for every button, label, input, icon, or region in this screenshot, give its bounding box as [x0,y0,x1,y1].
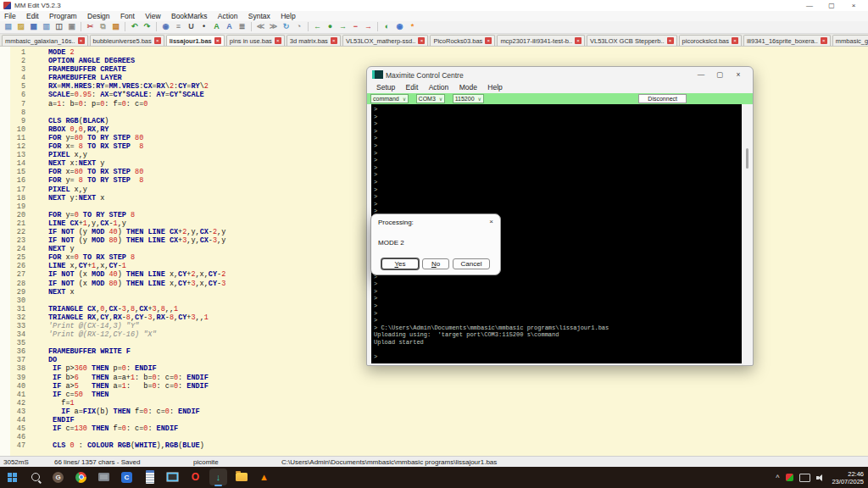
undo-icon[interactable]: ↶ [129,21,140,32]
run-icon[interactable]: ● [325,21,336,32]
paste-icon[interactable]: ▤ [110,21,121,32]
terminal-scrollbar[interactable] [746,108,748,358]
tab-close-icon[interactable]: × [418,37,425,44]
taskbar-mmcc-icon[interactable]: ↓ [209,469,227,485]
tab-close-icon[interactable]: × [732,37,738,44]
mcc-close-icon[interactable]: × [729,69,748,80]
tab-close-icon[interactable]: × [667,37,674,44]
taskbar-monitor-icon[interactable] [164,469,181,485]
mcc-menu-action[interactable]: Action [425,82,453,92]
tray-speaker-icon[interactable] [816,474,825,482]
taskbar-search-icon[interactable] [26,469,44,485]
save-icon[interactable]: ▦ [28,21,39,32]
menu-view[interactable]: View [141,11,164,21]
menu-syntax[interactable]: Syntax [244,11,275,21]
tab-close-icon[interactable]: × [214,37,221,44]
editor-tab[interactable]: ili9341_16sprite_boxera..× [743,35,831,46]
taskbar-explorer-icon[interactable] [232,469,250,485]
taskbar-rdp-icon[interactable] [95,469,113,485]
print-icon[interactable]: ▣ [66,21,77,32]
editor-tab[interactable]: mmbasic_galaxian_16s..× [2,35,88,46]
tab-close-icon[interactable]: × [154,37,161,44]
snapshot-icon[interactable]: ◫ [53,21,64,32]
tray-chevron-up-icon[interactable]: ^ [776,474,779,482]
tab-close-icon[interactable]: × [331,37,337,44]
editor-tab[interactable]: 3d matrix.bas× [287,35,341,46]
editor-tab[interactable]: picorockslcd.bas× [679,35,742,46]
save-all-icon[interactable]: ▥ [41,21,52,32]
mcc-minimize-icon[interactable]: — [692,69,710,80]
scrollbar-thumb[interactable] [746,148,748,169]
tray-display-icon[interactable] [799,474,810,482]
redo-icon[interactable]: ↷ [142,21,153,32]
cut-icon[interactable]: ✂ [85,21,96,32]
tab-close-icon[interactable]: × [821,37,827,44]
bullet-icon[interactable]: • [198,21,209,32]
find-icon[interactable]: ◉ [160,21,171,32]
dialog-close-icon[interactable]: × [489,218,493,225]
open-file-icon[interactable]: ▨ [15,21,26,32]
taskbar-clock[interactable]: 22:46 23/07/2025 [832,470,864,485]
web-icon[interactable]: ◐ [381,21,392,32]
mcc-maximize-icon[interactable]: ▢ [710,69,729,80]
menu-edit[interactable]: Edit [22,11,43,21]
mode-select[interactable]: command∨ [370,94,409,103]
editor-tab[interactable]: bubbleuniverse5.bas× [90,35,164,46]
menu-action[interactable]: Action [214,11,242,21]
font-shrink-icon[interactable]: A [224,21,235,32]
nav-forward-icon[interactable]: → [337,21,348,32]
port-select[interactable]: COM3∨ [416,94,446,103]
taskbar-gimp-icon[interactable]: G [49,469,67,485]
menu-program[interactable]: Program [45,11,81,21]
tab-close-icon[interactable]: × [575,37,581,44]
hot-icon[interactable]: * [407,21,418,32]
editor-tab[interactable]: mmbasic_galaxiangam..× [832,35,868,46]
preview-icon[interactable]: ◔ [293,21,304,32]
taskbar-vlc-icon[interactable]: ▲ [255,469,273,485]
close-icon[interactable]: × [843,0,865,11]
indent-left-icon[interactable]: ≪ [255,21,266,32]
list-icon[interactable]: ≡ [173,21,184,32]
line-list-icon[interactable]: ≣ [236,21,248,32]
uppercase-icon[interactable]: U [186,21,197,32]
indent-right-icon[interactable]: ≫ [268,21,279,32]
taskbar-notepad-icon[interactable] [141,469,159,485]
taskbar-start-icon[interactable] [3,469,21,485]
maximize-icon[interactable]: ▢ [821,0,843,11]
taskbar-capp-icon[interactable]: C [118,469,136,485]
stop-icon[interactable]: − [350,21,361,32]
tab-close-icon[interactable]: × [275,37,281,44]
yes-button[interactable]: Yes [381,258,419,269]
tray-app-icon[interactable] [786,474,793,481]
menu-bookmarks[interactable]: BookMarks [167,11,212,21]
menu-help[interactable]: Help [276,11,299,21]
new-file-icon[interactable]: ▤ [3,21,14,32]
editor-tab[interactable]: PicoRocks03.bas× [430,35,495,46]
cancel-button[interactable]: Cancel [453,258,490,269]
editor-tab[interactable]: VL53LOX_matherp-ssd..× [342,35,429,46]
font-grow-icon[interactable]: A [211,21,222,32]
baud-select[interactable]: 115200∨ [453,94,484,103]
mcc-menu-setup[interactable]: Setup [372,82,399,92]
mcc-menu-edit[interactable]: Edit [402,82,423,92]
help-web-icon[interactable]: ◉ [394,21,405,32]
copy-icon[interactable]: ⧉ [97,21,108,32]
no-button[interactable]: No [422,258,449,269]
minimize-icon[interactable]: — [798,0,821,11]
step-icon[interactable]: → [363,21,374,32]
taskbar-chrome-icon[interactable] [72,469,90,485]
menu-file[interactable]: File [0,11,20,21]
editor-tab[interactable]: mcp23017-ili9341-test-b..× [497,35,585,46]
mcc-menu-help[interactable]: Help [483,82,506,92]
tab-close-icon[interactable]: × [485,37,492,44]
editor-tab[interactable]: pins in use.bas× [226,35,285,46]
tab-close-icon[interactable]: × [78,37,85,44]
mcc-menu-mode[interactable]: Mode [455,82,481,92]
menu-font[interactable]: Font [116,11,139,21]
nav-back-icon[interactable]: ← [312,21,323,32]
taskbar-opera-icon[interactable]: O [186,469,204,485]
editor-tab[interactable]: lissajour1.bas× [166,35,225,46]
disconnect-button[interactable]: Disconnect [638,94,687,103]
refresh-icon[interactable]: ↻ [281,21,292,32]
menu-design[interactable]: Design [83,11,114,21]
